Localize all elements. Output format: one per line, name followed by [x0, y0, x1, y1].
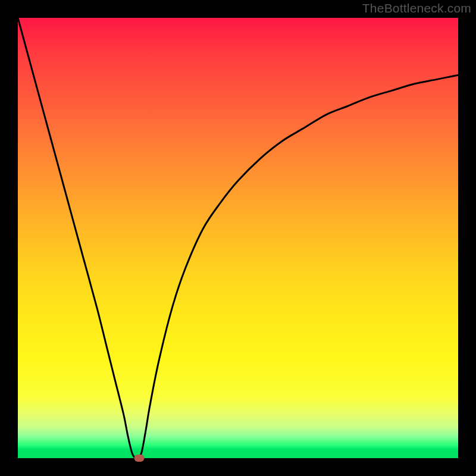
curve-path [18, 18, 458, 458]
watermark-text: TheBottleneck.com [362, 1, 471, 15]
plot-area [18, 18, 458, 458]
optimal-point-marker [134, 455, 144, 462]
bottleneck-curve [18, 18, 458, 458]
chart-frame: TheBottleneck.com [0, 0, 476, 476]
